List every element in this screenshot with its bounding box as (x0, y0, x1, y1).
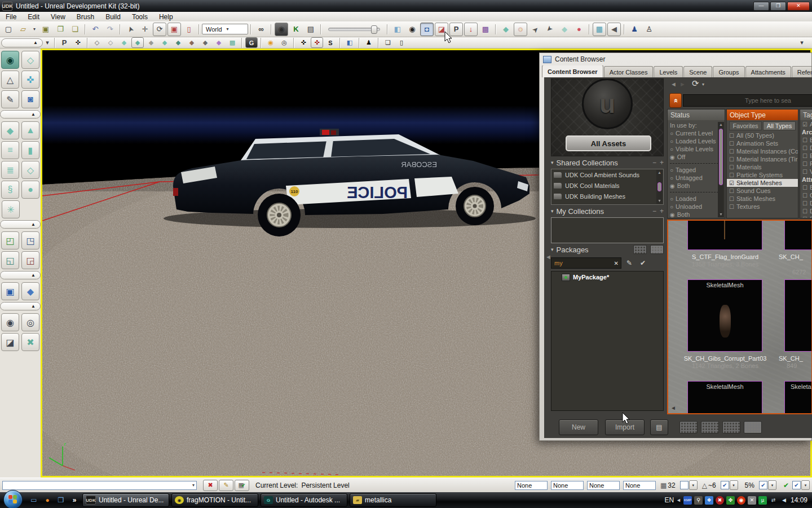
brush-polys-icon[interactable]: ◧ (391, 23, 404, 36)
brush-gear-icon[interactable]: ◆ (199, 37, 211, 48)
brush-blocks-icon[interactable]: ▩ (226, 37, 239, 48)
content-browser-titlebar[interactable]: Content Browser (540, 53, 811, 65)
taskbar-button-autodesk[interactable]: G Untitled - Autodesk ... (261, 493, 347, 507)
tray-torrent-icon[interactable]: µ (758, 496, 767, 505)
scale-snap-dropdown[interactable]: ▾ (768, 480, 776, 490)
import-button[interactable]: Import (605, 419, 645, 435)
tag-item[interactable]: ☐D (800, 207, 812, 215)
view-list-icon[interactable] (679, 421, 698, 433)
tag-item[interactable]: ☐C (800, 191, 812, 199)
tray-audio-key-icon[interactable]: ⚲ (694, 496, 703, 505)
collection-remove-icon[interactable]: − (652, 207, 656, 215)
tag-item[interactable]: ☐B (800, 136, 812, 144)
status-panel-scrollbar[interactable]: ▲ ▲ (718, 122, 724, 217)
csg-intersect-button[interactable]: ◱ (1, 251, 19, 269)
palette-collapse-4[interactable]: ▲ (0, 302, 41, 310)
type-material-instances-co[interactable]: ☐Material Instances (Co (727, 147, 798, 155)
undo-icon[interactable]: ↶ (89, 23, 102, 36)
angle-snap-checkbox[interactable]: ✔ (721, 481, 729, 489)
type-skeletal-meshes[interactable]: ☑Skeletal Meshes (727, 179, 798, 187)
maximize-button[interactable]: ❐ (770, 2, 786, 11)
collection-add-icon[interactable]: + (660, 207, 664, 215)
actor-search-combobox[interactable]: ▾ (2, 481, 197, 490)
radio-loaded-levels[interactable]: ○Loaded Levels (668, 137, 725, 145)
socket-snapping-icon[interactable]: ↓ (464, 23, 478, 36)
package-item-mypackage[interactable]: MyPackage* (551, 271, 663, 283)
radio-off[interactable]: ◉Off (668, 153, 725, 161)
play-level-icon[interactable]: ♙ (642, 23, 656, 36)
type-materials[interactable]: ☐Materials (727, 163, 798, 171)
radio-tagged[interactable]: ○Tagged (668, 166, 725, 174)
close-button[interactable]: ✕ (787, 2, 810, 11)
redo-icon[interactable]: ↷ (103, 23, 117, 36)
square-outline-icon[interactable]: ▯ (395, 37, 408, 48)
brush-curved-stairs-button[interactable]: ≡ (1, 141, 19, 159)
radio-visible-levels[interactable]: ○Visible Levels (668, 145, 725, 153)
terrain-mode-button[interactable]: △ (1, 71, 19, 89)
palette-collapse-2[interactable]: ▲ (0, 220, 41, 229)
asset-grid[interactable]: S_CTF_Flag_IronGuard 1358 Triangles, 3 B… (667, 220, 812, 414)
collapse-filter-button[interactable]: » (669, 93, 682, 108)
scale-snap-checkbox[interactable]: ✔ (759, 481, 767, 489)
history-forward-icon[interactable]: ► (679, 81, 686, 87)
radio-current-level[interactable]: ○Current Level (668, 129, 725, 137)
asset-scroll-left-icon[interactable]: ◄ (670, 405, 676, 411)
grid-snap-dropdown[interactable]: ▾ (689, 480, 698, 490)
s-toggle-icon[interactable]: S (324, 37, 337, 48)
splitter-collapse-icon[interactable]: ◄ (545, 253, 551, 260)
tray-expand-icon[interactable]: ◄ (676, 497, 681, 503)
select-box-button[interactable]: ▣ (1, 282, 19, 300)
tab-content-browser[interactable]: Content Browser (542, 65, 603, 77)
tag-item[interactable]: ☐D (800, 199, 812, 207)
brush-purple-icon[interactable]: ◆ (213, 37, 225, 48)
autosave-dropdown[interactable]: ▾ (801, 480, 810, 490)
brush-cube-selected-icon[interactable]: ◆ (131, 37, 144, 48)
brush-cube-grey-icon[interactable]: ◆ (145, 37, 157, 48)
refresh-dropdown-icon[interactable]: ▾ (702, 82, 704, 87)
paint-mode-button[interactable]: ✎ (219, 480, 233, 491)
build-player-icon[interactable]: ♟ (628, 23, 641, 36)
tag-item[interactable]: ☐B (800, 183, 812, 191)
tray-updater-icon[interactable]: ❖ (705, 496, 713, 505)
radio-unloaded[interactable]: ○Unloaded (668, 203, 725, 211)
csg-subtract-button[interactable]: ◳ (21, 231, 39, 249)
taskbar-button-udk[interactable]: UDK Untitled - Unreal De... (82, 493, 169, 507)
menu-brush[interactable]: Brush (71, 12, 100, 21)
volume-icon[interactable]: ◀ (780, 496, 788, 505)
collections-scrollbar[interactable]: ▲ ▲ (656, 170, 663, 204)
radio-loaded[interactable]: ○Loaded (668, 195, 725, 203)
start-button[interactable] (3, 490, 23, 508)
tag-item[interactable]: ☐Ef (800, 152, 812, 160)
tray-messenger-icon[interactable]: ✕ (748, 496, 756, 505)
brush-sheet-button[interactable]: ◇ (21, 161, 39, 179)
tag-item[interactable]: ☐E (800, 215, 812, 218)
tags-all-checkbox[interactable]: ☑Al (800, 120, 812, 128)
brush-cube-wire1-icon[interactable]: ◇ (91, 37, 103, 48)
type-sound-cues[interactable]: ☐Sound Cues (727, 187, 798, 195)
light-p-icon[interactable]: ● (572, 23, 586, 36)
favorites-tab[interactable]: Favorites (729, 121, 762, 130)
geometry-q-icon[interactable]: ◆ (558, 23, 571, 36)
translate-tool-icon[interactable]: ✛ (138, 23, 152, 36)
menu-help[interactable]: Help (153, 12, 179, 21)
all-types-tab[interactable]: All Types (763, 121, 796, 130)
status-field-1[interactable]: None (515, 481, 548, 490)
tab-attachments[interactable]: Attachments (745, 66, 791, 77)
asset-name[interactable]: SK_CH_Gibs_Corrupt_Part03 (677, 355, 773, 362)
csg-add-button[interactable]: ◰ (1, 231, 19, 249)
volume-square-icon[interactable]: ◧ (343, 37, 356, 48)
unlit-movement-icon[interactable]: ◪ (435, 23, 448, 36)
rotate-tool-icon[interactable]: ⟳ (153, 23, 166, 36)
window-switcher-icon[interactable]: ❐ (56, 496, 66, 505)
brush-sphere-button[interactable]: ● (21, 181, 39, 199)
toolbar-overflow-icon[interactable]: ▾ (796, 37, 808, 48)
view-thumbs-icon[interactable] (722, 421, 740, 433)
scale-spinner[interactable]: ▲ (1, 38, 43, 47)
psys-realtime-icon[interactable]: ▩ (479, 23, 492, 36)
show-all-button[interactable]: ✖ (21, 333, 39, 351)
csg-deintersect-button[interactable]: ◲ (21, 251, 39, 269)
brush-layered-icon[interactable]: ◆ (172, 37, 184, 48)
hide-selected-button[interactable]: ◎ (21, 313, 39, 331)
show-desktop-icon[interactable]: ▭ (29, 496, 39, 505)
brush-cylinder-button[interactable]: ▮ (21, 141, 39, 159)
